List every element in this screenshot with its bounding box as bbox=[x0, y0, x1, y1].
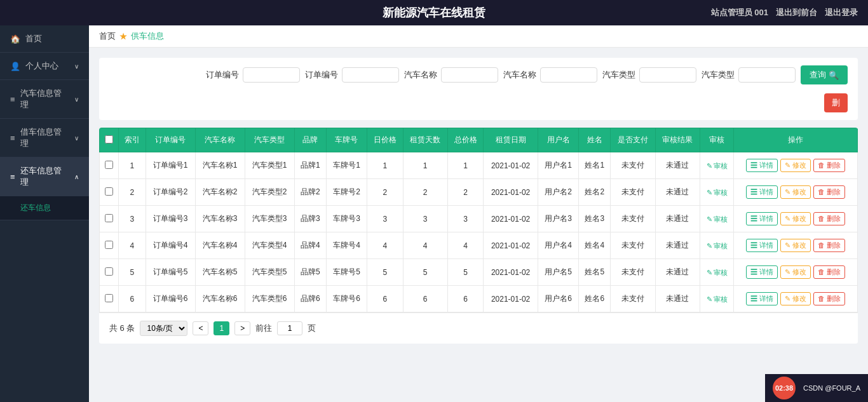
filter-input-order-no2[interactable] bbox=[342, 67, 399, 83]
filter-label-order-no2: 订单编号 bbox=[305, 69, 338, 81]
delete-row-btn-5[interactable]: 🗑 删除 bbox=[813, 292, 845, 305]
td-brand-0: 品牌1 bbox=[294, 152, 326, 179]
td-index-3: 4 bbox=[119, 232, 146, 259]
row-checkbox-1[interactable] bbox=[105, 187, 113, 196]
th-rent-date: 租赁日期 bbox=[484, 128, 538, 152]
edit-btn-0[interactable]: ✎ 修改 bbox=[780, 159, 811, 172]
delete-row-btn-0[interactable]: 🗑 删除 bbox=[813, 159, 845, 172]
filter-label-car-name: 汽车名称 bbox=[404, 69, 437, 81]
sidebar-item-car-label: 汽车信息管理 bbox=[20, 88, 69, 111]
filter-input-car-type[interactable] bbox=[639, 67, 696, 83]
td-plate-1: 车牌号2 bbox=[326, 179, 367, 206]
filter-input-car-type2[interactable] bbox=[738, 67, 796, 83]
th-plate: 车牌号 bbox=[326, 128, 367, 152]
filter-label-car-type: 汽车类型 bbox=[602, 69, 635, 81]
th-car-type: 汽车类型 bbox=[245, 128, 294, 152]
td-index-0: 1 bbox=[119, 152, 146, 179]
main-layout: 🏠 首页 👤 个人中心 ∨ ≡ 汽车信息管理 ∨ ≡ 借车信息管理 ∨ ≡ 还车… bbox=[0, 25, 868, 402]
delete-row-btn-1[interactable]: 🗑 删除 bbox=[813, 185, 845, 199]
td-car-name-2: 汽车名称3 bbox=[195, 206, 245, 232]
audit-result-text-4: 未通过 bbox=[666, 267, 689, 276]
td-car-type-4: 汽车类型5 bbox=[245, 259, 294, 286]
th-rent-days: 租赁天数 bbox=[403, 128, 447, 152]
td-audit-result-4: 未通过 bbox=[655, 259, 700, 286]
sidebar-item-personal[interactable]: 👤 个人中心 ∨ bbox=[0, 53, 89, 80]
filter-group-car-type: 汽车类型 bbox=[602, 67, 696, 83]
row-checkbox-5[interactable] bbox=[105, 294, 113, 302]
row-checkbox-4[interactable] bbox=[105, 267, 113, 276]
edit-btn-3[interactable]: ✎ 修改 bbox=[780, 239, 811, 252]
td-realname-0: 姓名1 bbox=[579, 152, 611, 179]
edit-btn-4[interactable]: ✎ 修改 bbox=[780, 265, 811, 279]
td-plate-4: 车牌号5 bbox=[326, 259, 367, 286]
delete-row-btn-2[interactable]: 🗑 删除 bbox=[813, 212, 845, 225]
chevron-down-icon-3: ∨ bbox=[74, 135, 79, 142]
td-index-4: 5 bbox=[119, 259, 146, 286]
audit-icon-1: ✎ bbox=[707, 189, 712, 197]
edit-btn-1[interactable]: ✎ 修改 bbox=[780, 185, 811, 199]
td-car-name-3: 汽车名称4 bbox=[195, 232, 245, 259]
logout-btn[interactable]: 退出登录 bbox=[825, 7, 858, 18]
detail-btn-0[interactable]: ☰ 详情 bbox=[746, 159, 778, 172]
row-checkbox-3[interactable] bbox=[105, 241, 113, 249]
edit-btn-5[interactable]: ✎ 修改 bbox=[780, 292, 811, 305]
audit-btn-1[interactable]: ✎ 审核 bbox=[707, 188, 728, 198]
sidebar-item-car-info[interactable]: ≡ 汽车信息管理 ∨ bbox=[0, 80, 89, 119]
back-to-front-btn[interactable]: 退出到前台 bbox=[776, 7, 817, 18]
filter-label-order-no: 订单编号 bbox=[206, 69, 239, 81]
audit-btn-2[interactable]: ✎ 审核 bbox=[707, 215, 728, 224]
audit-btn-0[interactable]: ✎ 审核 bbox=[707, 161, 728, 171]
audit-label-2: 审核 bbox=[714, 215, 728, 224]
menu-icon: ≡ bbox=[10, 95, 15, 104]
action-btns-2: ☰ 详情 ✎ 修改 🗑 删除 bbox=[738, 212, 853, 225]
sidebar-item-return-info[interactable]: ≡ 还车信息管理 ∧ bbox=[0, 157, 89, 196]
next-page-btn[interactable]: > bbox=[234, 321, 250, 335]
breadcrumb-home[interactable]: 首页 bbox=[99, 30, 116, 42]
td-checkbox-2 bbox=[100, 206, 119, 232]
sidebar-item-borrow-info[interactable]: ≡ 借车信息管理 ∨ bbox=[0, 119, 89, 157]
edit-btn-2[interactable]: ✎ 修改 bbox=[780, 212, 811, 225]
td-actions-0: ☰ 详情 ✎ 修改 🗑 删除 bbox=[734, 152, 858, 179]
filter-input-car-name2[interactable] bbox=[540, 67, 597, 83]
td-car-type-1: 汽车类型2 bbox=[245, 179, 294, 206]
search-icon: 🔍 bbox=[829, 70, 839, 80]
detail-btn-5[interactable]: ☰ 详情 bbox=[746, 292, 778, 305]
goto-input[interactable] bbox=[277, 321, 302, 335]
detail-btn-4[interactable]: ☰ 详情 bbox=[746, 265, 778, 279]
delete-row-btn-4[interactable]: 🗑 删除 bbox=[813, 265, 845, 279]
detail-btn-2[interactable]: ☰ 详情 bbox=[746, 212, 778, 225]
td-order-no-1: 订单编号2 bbox=[146, 179, 195, 206]
th-car-name: 汽车名称 bbox=[195, 128, 245, 152]
row-checkbox-2[interactable] bbox=[105, 214, 113, 222]
app-title: 新能源汽车在线租赁 bbox=[383, 5, 485, 20]
td-plate-3: 车牌号4 bbox=[326, 232, 367, 259]
top-bar-right: 站点管理员 001 退出到前台 退出登录 bbox=[711, 0, 858, 25]
audit-btn-5[interactable]: ✎ 审核 bbox=[707, 295, 728, 304]
filter-input-order-no[interactable] bbox=[243, 67, 300, 83]
row-checkbox-0[interactable] bbox=[105, 161, 113, 169]
page-1-btn[interactable]: 1 bbox=[214, 321, 229, 335]
audit-result-text-0: 未通过 bbox=[666, 161, 689, 170]
filter-row: 订单编号 订单编号 汽车名称 汽车名称 bbox=[109, 65, 848, 84]
audit-btn-4[interactable]: ✎ 审核 bbox=[707, 268, 728, 278]
bottom-bar: 02:38 CSDN @FOUR_A bbox=[765, 374, 868, 402]
td-daily-price-3: 4 bbox=[367, 232, 403, 259]
select-all-checkbox[interactable] bbox=[105, 135, 113, 144]
sidebar-subitem-return-detail[interactable]: 还车信息 bbox=[0, 196, 89, 220]
page-size-select[interactable]: 10条/页 20条/页 50条/页 bbox=[140, 321, 187, 336]
th-actions: 操作 bbox=[734, 128, 858, 152]
delete-row-btn-3[interactable]: 🗑 删除 bbox=[813, 239, 845, 252]
breadcrumb: 首页 ★ 供车信息 bbox=[89, 25, 868, 48]
filter-input-car-name[interactable] bbox=[441, 67, 498, 83]
detail-btn-1[interactable]: ☰ 详情 bbox=[746, 185, 778, 199]
td-actions-1: ☰ 详情 ✎ 修改 🗑 删除 bbox=[734, 179, 858, 206]
table-row: 2 订单编号2 汽车名称2 汽车类型2 品牌2 车牌号2 2 2 2 2021-… bbox=[100, 179, 858, 206]
detail-btn-3[interactable]: ☰ 详情 bbox=[746, 239, 778, 252]
delete-button[interactable]: 删 bbox=[824, 93, 848, 112]
td-car-type-3: 汽车类型4 bbox=[245, 232, 294, 259]
td-checkbox-5 bbox=[100, 286, 119, 312]
audit-btn-3[interactable]: ✎ 审核 bbox=[707, 241, 728, 251]
prev-page-btn[interactable]: < bbox=[193, 321, 208, 335]
search-button[interactable]: 查询 🔍 bbox=[801, 65, 848, 84]
sidebar-item-home[interactable]: 🏠 首页 bbox=[0, 25, 89, 53]
